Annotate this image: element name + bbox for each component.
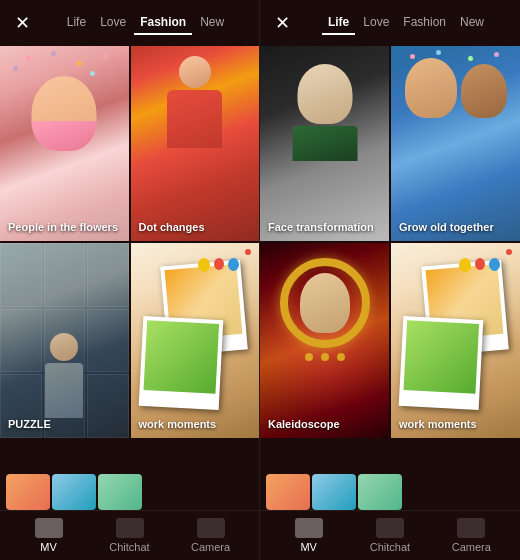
- left-tab-fashion[interactable]: Fashion: [134, 11, 192, 35]
- right-mv-label: MV: [300, 541, 317, 553]
- right-mv-thumb-2[interactable]: [312, 474, 356, 510]
- left-cell-dot-changes-label: Dot changes: [139, 221, 205, 233]
- left-mv-thumb-3[interactable]: [98, 474, 142, 510]
- right-cell-work-moments[interactable]: work moments: [391, 243, 520, 438]
- chitchat-icon: [116, 518, 144, 538]
- confetti-right: [391, 46, 520, 76]
- right-mv-strip: [260, 470, 520, 510]
- right-cell-face-transform-label: Face transformation: [268, 221, 374, 233]
- puzzle-piece: [87, 374, 129, 438]
- left-header: ✕ Life Love Fashion New: [0, 0, 259, 46]
- left-bottom-tab-chitchat[interactable]: Chitchat: [89, 518, 170, 553]
- right-cell-face-transformation[interactable]: Face transformation: [260, 46, 389, 241]
- right-chitchat-icon: [376, 518, 404, 538]
- right-bottom-bar: MV Chitchat Camera: [260, 510, 520, 560]
- left-cell-work-moments[interactable]: work moments: [131, 243, 260, 438]
- right-header: ✕ Life Love Fashion New: [260, 0, 520, 46]
- right-mv-thumb-3[interactable]: [358, 474, 402, 510]
- puzzle-piece: [44, 243, 86, 307]
- left-cell-people-flowers-label: People in the flowers: [8, 221, 118, 233]
- left-chitchat-label: Chitchat: [109, 541, 149, 553]
- right-tab-new[interactable]: New: [454, 11, 490, 35]
- left-tab-life[interactable]: Life: [61, 11, 92, 35]
- balloons-decoration: [198, 258, 239, 272]
- right-cell-kaleidoscope[interactable]: Kaleidoscope: [260, 243, 389, 438]
- person-figure: [160, 56, 230, 146]
- left-cell-work-moments-label: work moments: [139, 418, 217, 430]
- right-mv-icon: [295, 518, 323, 538]
- right-cell-grow-old[interactable]: Grow old together: [391, 46, 520, 241]
- left-panel: ✕ Life Love Fashion New: [0, 0, 260, 560]
- left-nav-tabs: Life Love Fashion New: [40, 11, 251, 35]
- left-mv-thumb-2[interactable]: [52, 474, 96, 510]
- left-close-button[interactable]: ✕: [8, 9, 36, 37]
- left-mv-thumb-1[interactable]: [6, 474, 50, 510]
- puzzle-piece: [0, 243, 42, 307]
- right-polaroid-2: [399, 316, 484, 410]
- right-camera-label: Camera: [452, 541, 491, 553]
- left-tab-new[interactable]: New: [194, 11, 230, 35]
- right-chitchat-label: Chitchat: [370, 541, 410, 553]
- right-tab-fashion[interactable]: Fashion: [397, 11, 452, 35]
- right-tab-love[interactable]: Love: [357, 11, 395, 35]
- notification-dot: [245, 249, 251, 255]
- mv-icon: [35, 518, 63, 538]
- right-cell-grow-old-label: Grow old together: [399, 221, 494, 233]
- right-panel: ✕ Life Love Fashion New Face transformat…: [260, 0, 520, 560]
- left-mv-strip: [0, 470, 259, 510]
- woman-figure: [45, 333, 83, 418]
- right-cell-work-moments-label: work moments: [399, 418, 477, 430]
- puzzle-piece: [87, 243, 129, 307]
- camera-icon: [197, 518, 225, 538]
- right-bottom-tab-chitchat[interactable]: Chitchat: [349, 518, 430, 553]
- person-face: [32, 76, 97, 151]
- left-bottom-tab-camera[interactable]: Camera: [170, 518, 251, 553]
- left-cell-people-flowers[interactable]: People in the flowers: [0, 46, 129, 241]
- left-tab-love[interactable]: Love: [94, 11, 132, 35]
- left-cell-puzzle-label: PUZZLE: [8, 418, 51, 430]
- right-tab-life[interactable]: Life: [322, 11, 355, 35]
- left-mv-label: MV: [40, 541, 57, 553]
- left-grid: People in the flowers Dot changes: [0, 46, 259, 470]
- puzzle-piece: [0, 309, 42, 373]
- right-camera-icon: [457, 518, 485, 538]
- polaroid-2: [138, 316, 223, 410]
- ornament-dots: [305, 353, 345, 361]
- right-grid: Face transformation Grow old together: [260, 46, 520, 470]
- left-bottom-tab-mv[interactable]: MV: [8, 518, 89, 553]
- left-cell-dot-changes[interactable]: Dot changes: [131, 46, 260, 241]
- left-bottom-bar: MV Chitchat Camera: [0, 510, 259, 560]
- face-transform-figure: [287, 64, 362, 159]
- left-cell-puzzle[interactable]: PUZZLE: [0, 243, 129, 438]
- right-bottom-tab-camera[interactable]: Camera: [431, 518, 512, 553]
- right-close-button[interactable]: ✕: [268, 9, 296, 37]
- golden-ring: [280, 258, 370, 348]
- right-balloons: [459, 258, 500, 272]
- right-notification-dot: [506, 249, 512, 255]
- right-cell-kaleidoscope-label: Kaleidoscope: [268, 418, 340, 430]
- puzzle-piece: [87, 309, 129, 373]
- right-mv-thumb-1[interactable]: [266, 474, 310, 510]
- right-nav-tabs: Life Love Fashion New: [300, 11, 512, 35]
- right-bottom-tab-mv[interactable]: MV: [268, 518, 349, 553]
- left-camera-label: Camera: [191, 541, 230, 553]
